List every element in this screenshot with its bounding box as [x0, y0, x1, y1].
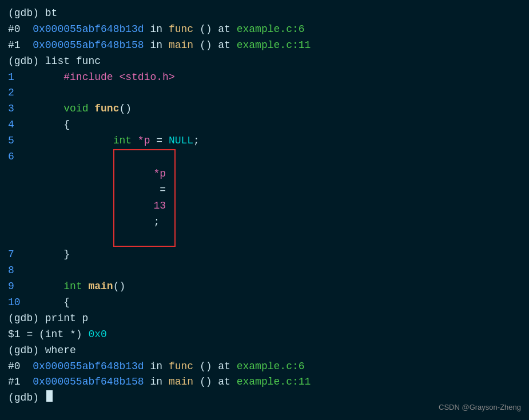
list-cmd: (gdb) list func	[8, 54, 101, 70]
watermark: CSDN @Grayson-Zheng	[439, 402, 521, 413]
in-text-0: in	[144, 22, 169, 38]
gdb-list-cmd: (gdb) list func	[8, 54, 521, 70]
code-line-4: 4 {	[8, 117, 521, 133]
linenum-4: 4	[8, 117, 14, 133]
print-result: $1 = (int *) 0x0	[8, 327, 521, 343]
space-v	[88, 101, 94, 117]
linenum-10: 10	[8, 295, 21, 311]
prompt: (gdb) bt	[8, 6, 57, 22]
where-at-1: () at	[193, 374, 237, 390]
linenum-3: 3	[8, 101, 14, 117]
brace-open-10: {	[63, 295, 70, 311]
semi-5: ;	[193, 133, 200, 149]
semi-6: ;	[153, 216, 160, 227]
include-file: <stdio.h>	[119, 70, 174, 86]
bt-frame0: #0 0x000055abf648b13d in func () at exam…	[8, 22, 521, 38]
parens-main: ()	[113, 279, 126, 295]
file-1: example.c:11	[237, 38, 311, 54]
where-func-1: main	[169, 374, 193, 390]
code-line-6: 6 *p = 13 ;	[8, 149, 521, 247]
func-def: func	[94, 101, 119, 117]
include-keyword: #include	[63, 70, 113, 86]
where-func-0: func	[169, 359, 193, 375]
linenum-2: 2	[8, 85, 14, 101]
ptr-6: *p	[153, 168, 166, 179]
file-0: example.c:6	[237, 22, 305, 38]
space-6a: =	[153, 184, 172, 195]
code-line-10: 10 {	[8, 295, 521, 311]
last-prompt: (gdb)	[8, 390, 45, 406]
int-kw: int	[113, 133, 132, 149]
int-main-kw: int	[63, 279, 82, 295]
addr-1: 0x000055abf648b158	[33, 38, 144, 54]
frame-num-0: #0	[8, 22, 33, 38]
code-line-3: 3 void func ()	[8, 101, 521, 117]
bt-frame1: #1 0x000055abf648b158 in main () at exam…	[8, 38, 521, 54]
num-13: 13	[153, 200, 166, 211]
where-addr-1: 0x000055abf648b158	[33, 374, 144, 390]
gdb-bt-cmd: (gdb) bt	[8, 6, 521, 22]
terminal-window: (gdb) bt #0 0x000055abf648b13d in func (…	[0, 0, 529, 420]
code-line-1: 1 #include <stdio.h>	[8, 70, 521, 86]
where-frame1: #1 0x000055abf648b158 in main () at exam…	[8, 374, 521, 390]
code-line-5: 5 int *p = NULL ;	[8, 133, 521, 149]
red-highlighted-code: *p = 13 ;	[113, 149, 176, 247]
spaces-9	[14, 279, 63, 295]
brace-close-7: }	[63, 247, 70, 263]
where-cmd: (gdb) where	[8, 343, 76, 359]
void-kw: void	[63, 101, 88, 117]
spaces-3	[14, 101, 63, 117]
cursor-block	[46, 390, 53, 402]
gdb-print-cmd: (gdb) print p	[8, 311, 521, 327]
parens-0: () at	[193, 22, 237, 38]
where-file-0: example.c:6	[237, 359, 305, 375]
where-in-0: in	[144, 359, 169, 375]
null-addr: 0x0	[88, 327, 106, 343]
ptr-5: *p	[138, 133, 150, 149]
space-5a	[132, 133, 138, 149]
brace-open: {	[63, 117, 70, 133]
where-at-0: () at	[193, 359, 237, 375]
code-line-7: 7 }	[8, 247, 521, 263]
where-file-1: example.c:11	[237, 374, 311, 390]
where-frame-num-1: #1	[8, 374, 33, 390]
linenum-7: 7	[8, 247, 14, 263]
linenum-1: 1	[8, 70, 14, 86]
parens-def: ()	[119, 101, 132, 117]
where-addr-0: 0x000055abf648b13d	[33, 359, 144, 375]
addr-0: 0x000055abf648b13d	[33, 22, 144, 38]
in-text-1: in	[144, 38, 169, 54]
gdb-where-cmd: (gdb) where	[8, 343, 521, 359]
linenum-5: 5	[8, 133, 14, 149]
spaces-5	[14, 133, 113, 149]
func-name-0: func	[169, 22, 193, 38]
linenum-6: 6	[8, 149, 14, 247]
null-val: NULL	[169, 133, 193, 149]
print-cmd: (gdb) print p	[8, 311, 88, 327]
code-line-8: 8	[8, 263, 521, 279]
where-frame-num-0: #0	[8, 359, 33, 375]
spaces-4	[14, 117, 63, 133]
frame-num-1: #1	[8, 38, 33, 54]
spaces-6	[14, 149, 113, 247]
code-line-9: 9 int main ()	[8, 279, 521, 295]
linenum-9: 9	[8, 279, 14, 295]
code-line-2: 2	[8, 85, 521, 101]
linenum-8: 8	[8, 263, 14, 279]
where-in-1: in	[144, 374, 169, 390]
func-name-1: main	[169, 38, 193, 54]
main-def: main	[88, 279, 113, 295]
space-inc	[113, 70, 120, 86]
spaces-7	[14, 247, 63, 263]
spaces-10	[21, 295, 64, 311]
space-5b: =	[150, 133, 168, 149]
parens-1: () at	[193, 38, 237, 54]
spaces-1	[14, 70, 63, 86]
space-9a	[82, 279, 89, 295]
dollar-1: $1 = (int *)	[8, 327, 88, 343]
where-frame0: #0 0x000055abf648b13d in func () at exam…	[8, 359, 521, 375]
